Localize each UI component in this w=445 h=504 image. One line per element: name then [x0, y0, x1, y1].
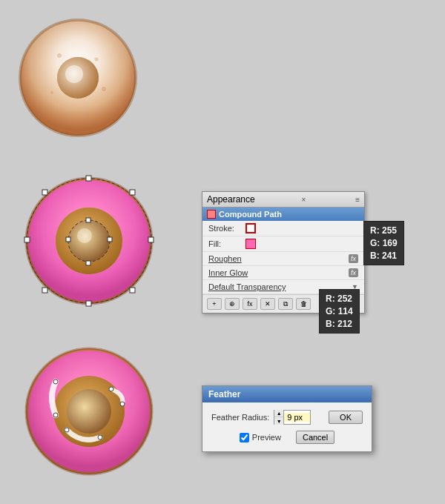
- add-new-stroke-button[interactable]: +: [207, 298, 222, 310]
- svg-rect-33: [108, 237, 112, 242]
- donut-decorated: [15, 341, 163, 482]
- feather-cancel-button[interactable]: Cancel: [296, 431, 334, 444]
- svg-rect-30: [130, 288, 135, 293]
- svg-point-11: [95, 58, 99, 62]
- color-tooltip-2: R: 252 G: 114 B: 212: [319, 289, 360, 334]
- feather-input-group: ▲ ▼ 9 px: [274, 410, 311, 425]
- fill-label: Fill:: [208, 239, 245, 248]
- panel-titlebar: Appearance × ≡: [202, 192, 364, 208]
- inner-glow-row: Inner Glow fx: [202, 266, 364, 280]
- donut-pink: [15, 170, 163, 311]
- color1-g: G: 169: [370, 237, 398, 250]
- svg-point-20: [77, 228, 92, 243]
- feather-ok-button[interactable]: OK: [329, 411, 363, 424]
- feather-titlebar: Feather: [202, 386, 372, 402]
- panel-title: Appearance: [207, 194, 255, 205]
- feather-spinner: ▲ ▼: [274, 410, 284, 425]
- duplicate-button[interactable]: ⧉: [278, 298, 293, 310]
- preview-checkbox[interactable]: [240, 433, 249, 442]
- svg-point-43: [98, 435, 102, 440]
- color1-b: B: 241: [370, 250, 398, 262]
- svg-rect-28: [130, 190, 135, 195]
- svg-point-42: [65, 428, 69, 432]
- fill-color-swatch[interactable]: [245, 239, 256, 249]
- panel-menu-icon[interactable]: ≡: [355, 196, 360, 204]
- feather-radius-row: Feather Radius: ▲ ▼ 9 px OK: [211, 410, 363, 425]
- delete-button[interactable]: 🗑: [296, 298, 311, 310]
- svg-point-13: [50, 91, 53, 94]
- svg-rect-25: [148, 237, 154, 242]
- svg-rect-31: [66, 237, 70, 242]
- svg-point-45: [120, 402, 125, 406]
- clear-appearance-button[interactable]: ✕: [260, 298, 275, 310]
- svg-rect-24: [86, 176, 91, 181]
- color2-g: G: 114: [326, 305, 353, 318]
- compound-path-label: Compound Path: [219, 210, 282, 219]
- svg-point-9: [65, 65, 83, 83]
- compound-path-header: Compound Path: [202, 208, 364, 221]
- feather-radius-label: Feather Radius:: [211, 413, 269, 422]
- feather-value[interactable]: 9 px: [284, 413, 310, 422]
- fx-effects-button[interactable]: fx: [243, 298, 257, 310]
- svg-rect-29: [42, 288, 47, 293]
- spinner-down-button[interactable]: ▼: [274, 417, 283, 425]
- preview-label: Preview: [252, 433, 281, 442]
- color2-r: R: 252: [326, 293, 353, 305]
- add-new-fill-button[interactable]: ⊕: [225, 298, 240, 310]
- color-tooltip-1: R: 255 G: 169 B: 241: [363, 221, 404, 265]
- color2-b: B: 212: [326, 318, 353, 331]
- feather-content: Feather Radius: ▲ ▼ 9 px OK Preview Canc…: [202, 402, 372, 451]
- svg-rect-34: [86, 261, 90, 265]
- feather-title: Feather: [208, 389, 240, 399]
- svg-rect-32: [86, 218, 90, 222]
- compound-path-icon: [207, 210, 216, 219]
- roughen-label[interactable]: Roughen: [208, 254, 349, 263]
- stroke-color-swatch[interactable]: [245, 223, 256, 233]
- svg-rect-27: [42, 190, 47, 195]
- roughen-row: Roughen fx: [202, 252, 364, 266]
- svg-rect-26: [86, 301, 91, 306]
- svg-rect-23: [24, 237, 30, 242]
- inner-glow-fx-badge: fx: [349, 268, 358, 277]
- svg-point-40: [53, 379, 58, 384]
- color1-r: R: 255: [370, 225, 398, 237]
- panel-close-x: ×: [302, 196, 306, 204]
- preview-row: Preview Cancel: [211, 431, 363, 444]
- donut-plain: [15, 15, 141, 141]
- svg-point-44: [109, 387, 113, 391]
- stroke-label: Stroke:: [208, 224, 245, 233]
- inner-glow-label[interactable]: Inner Glow: [208, 268, 349, 277]
- spinner-up-button[interactable]: ▲: [274, 410, 283, 417]
- fill-row: Fill:: [202, 236, 364, 252]
- svg-point-10: [57, 53, 62, 58]
- feather-dialog: Feather Feather Radius: ▲ ▼ 9 px OK Prev…: [202, 385, 372, 452]
- roughen-fx-badge: fx: [349, 254, 358, 263]
- stroke-row: Stroke:: [202, 221, 364, 236]
- svg-point-12: [102, 87, 106, 91]
- feather-buttons: OK: [329, 411, 363, 424]
- svg-point-39: [67, 389, 111, 434]
- svg-point-41: [53, 413, 58, 417]
